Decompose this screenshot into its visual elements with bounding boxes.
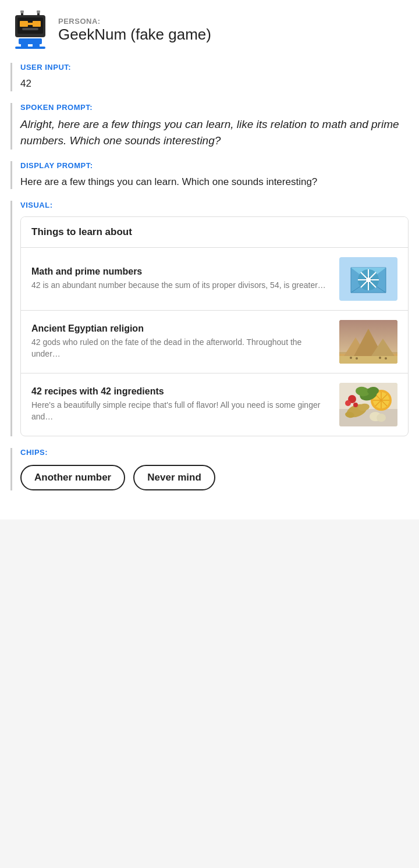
persona-label: PERSONA: bbox=[58, 17, 211, 26]
svg-point-37 bbox=[379, 357, 381, 359]
spoken-prompt-text: Alright, here are a few things you can l… bbox=[20, 116, 409, 150]
spoken-prompt-section: SPOKEN PROMPT: Alright, here are a few t… bbox=[10, 103, 409, 150]
svg-rect-5 bbox=[28, 23, 33, 25]
user-input-section: USER INPUT: 42 bbox=[10, 63, 409, 91]
list-item[interactable]: 42 recipes with 42 ingredients Here's a … bbox=[21, 373, 408, 436]
list-item-text: Math and prime numbers 42 is an abundant… bbox=[31, 266, 331, 291]
food-thumbnail bbox=[339, 383, 397, 426]
list-item-desc: 42 gods who ruled on the fate of the dea… bbox=[31, 337, 331, 360]
svg-rect-14 bbox=[15, 47, 45, 49]
list-item-title: 42 recipes with 42 ingredients bbox=[31, 386, 331, 397]
page: PERSONA: GeekNum (fake game) USER INPUT:… bbox=[0, 0, 419, 520]
list-item-text: 42 recipes with 42 ingredients Here's a … bbox=[31, 386, 331, 422]
list-item-desc: Here's a beautifully simple recipe that'… bbox=[31, 400, 331, 422]
chips-row: Another number Never mind bbox=[20, 465, 409, 490]
persona-icon bbox=[10, 10, 50, 50]
svg-point-54 bbox=[345, 400, 351, 406]
svg-point-57 bbox=[377, 414, 386, 422]
visual-card: Things to learn about Math and prime num… bbox=[20, 216, 409, 436]
user-input-value: 42 bbox=[20, 76, 409, 91]
svg-rect-4 bbox=[33, 21, 41, 27]
display-prompt-section: DISPLAY PROMPT: Here are a few things yo… bbox=[10, 161, 409, 190]
svg-point-36 bbox=[356, 357, 358, 360]
svg-rect-6 bbox=[22, 28, 38, 30]
list-item-text: Ancient Egyptian religion 42 gods who ru… bbox=[31, 323, 331, 360]
svg-point-26 bbox=[366, 278, 371, 282]
list-item-title: Math and prime numbers bbox=[31, 266, 331, 277]
svg-rect-3 bbox=[20, 21, 28, 27]
egypt-thumbnail bbox=[339, 320, 397, 364]
spoken-prompt-label: SPOKEN PROMPT: bbox=[20, 103, 409, 112]
chips-label: CHIPS: bbox=[20, 448, 409, 457]
list-item-desc: 42 is an abundant number because the sum… bbox=[31, 280, 331, 291]
chip-never-mind[interactable]: Never mind bbox=[133, 465, 215, 490]
visual-card-title: Things to learn about bbox=[21, 217, 408, 248]
persona-text: PERSONA: GeekNum (fake game) bbox=[58, 17, 211, 44]
display-prompt-text: Here are a few things you can learn. Whi… bbox=[20, 175, 409, 190]
list-item[interactable]: Math and prime numbers 42 is an abundant… bbox=[21, 248, 408, 311]
header: PERSONA: GeekNum (fake game) bbox=[10, 10, 409, 50]
list-item[interactable]: Ancient Egyptian religion 42 gods who ru… bbox=[21, 311, 408, 373]
persona-name: GeekNum (fake game) bbox=[58, 26, 211, 44]
svg-point-55 bbox=[353, 403, 358, 407]
visual-label: VISUAL: bbox=[20, 201, 409, 209]
chips-section: CHIPS: Another number Never mind bbox=[10, 448, 409, 490]
svg-point-35 bbox=[350, 357, 352, 359]
visual-section: VISUAL: Things to learn about Math and p… bbox=[10, 201, 409, 436]
chip-another-number[interactable]: Another number bbox=[20, 465, 125, 490]
svg-point-38 bbox=[385, 357, 387, 360]
math-thumbnail bbox=[339, 257, 397, 301]
list-item-title: Ancient Egyptian religion bbox=[31, 323, 331, 334]
user-input-label: USER INPUT: bbox=[20, 63, 409, 72]
svg-rect-34 bbox=[339, 356, 397, 364]
display-prompt-label: DISPLAY PROMPT: bbox=[20, 161, 409, 170]
